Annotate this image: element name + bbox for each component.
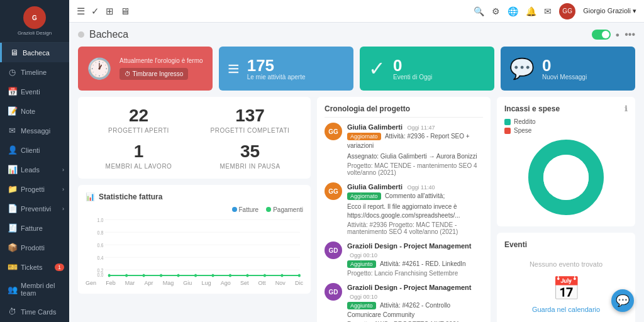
timeline-text-2: Attività: #4261 - RED. LinkedIn bbox=[380, 260, 466, 267]
timeline-title: Cronologia del progetto bbox=[325, 104, 483, 118]
chart-legend: Fatture Pagamenti bbox=[86, 206, 303, 213]
chart-month-ago: Ago bbox=[221, 280, 231, 286]
page-title: Bacheca bbox=[89, 29, 128, 40]
svg-point-18 bbox=[229, 274, 231, 277]
timeline-item-1: GG Giulia Galimberti Oggi 11:40 Aggiorna… bbox=[325, 182, 483, 235]
svg-point-20 bbox=[264, 274, 266, 277]
svg-point-17 bbox=[211, 274, 214, 277]
sidebar-item-bacheca[interactable]: 🖥 Bacheca bbox=[0, 43, 69, 62]
chart-card: 📊 Statistiche fattura Fatture Pagamenti bbox=[78, 185, 311, 294]
sidebar-label-prodotti: Prodotti bbox=[21, 244, 45, 252]
more-options-button[interactable]: ••• bbox=[625, 29, 635, 40]
sidebar-label-eventi: Eventi bbox=[21, 88, 40, 96]
check-icon[interactable]: ✓ bbox=[91, 6, 99, 17]
stat-card-eventi: ✓ 0 Eventi di Oggi bbox=[360, 47, 494, 91]
svg-text:0.6: 0.6 bbox=[97, 242, 104, 248]
svg-point-12 bbox=[125, 274, 128, 277]
sidebar-item-membri[interactable]: 👥 Membri del team bbox=[0, 277, 69, 302]
timeline-project-2: Progetto: Lancio Franchising Settembre bbox=[347, 270, 483, 277]
membri-icon: 👥 bbox=[8, 285, 16, 294]
sidebar-item-leads[interactable]: 📊 Leads › bbox=[0, 160, 69, 179]
search-icon[interactable]: 🔍 bbox=[474, 6, 484, 16]
sidebar-item-tickets[interactable]: 🎫 Tickets 1 bbox=[0, 257, 69, 277]
timeline-header-0: Giulia Galimberti Oggi 11:47 bbox=[347, 123, 483, 131]
svg-point-22 bbox=[298, 274, 301, 277]
stat-card-orologio: 🕐 Attualmente l'orologio è fermo ⏱ Timbr… bbox=[78, 47, 213, 91]
badge-tickets: 1 bbox=[55, 264, 64, 271]
monitor-icon[interactable]: 🖥 bbox=[120, 6, 130, 17]
metric-label-2: MEMBRI AL LAVORO bbox=[87, 163, 191, 170]
timeline-content-0: Giulia Galimberti Oggi 11:47 Aggiornato … bbox=[347, 123, 483, 176]
metrics-grid: 22 PROGETTI APERTI 137 PROGETTI COMPLETA… bbox=[87, 106, 302, 170]
incassi-info-icon[interactable]: ℹ bbox=[625, 104, 628, 113]
sidebar-item-timeline[interactable]: ◷ Timeline bbox=[0, 62, 69, 82]
calendar-large-icon: 📅 bbox=[504, 275, 628, 302]
page-header: Bacheca ● ••• bbox=[78, 29, 635, 40]
progetti-icon: 📁 bbox=[8, 184, 16, 194]
sidebar-item-fatture[interactable]: 🧾 Fatture bbox=[0, 218, 69, 238]
timeline-header-1: Giulia Galimberti Oggi 11:40 bbox=[347, 182, 483, 191]
chart-month-set: Set bbox=[240, 280, 249, 286]
sidebar-item-timecards[interactable]: ⏱ Time Cards bbox=[0, 302, 69, 321]
chart-month-ott: Ott bbox=[258, 280, 266, 286]
sidebar-item-preventivi[interactable]: 📄 Preventivi › bbox=[0, 199, 69, 218]
timbrare-button[interactable]: ⏱ Timbrare Ingresso bbox=[119, 68, 188, 80]
svg-text:0.8: 0.8 bbox=[97, 230, 104, 236]
page-dot bbox=[78, 31, 84, 38]
preventivi-icon: 📄 bbox=[8, 204, 16, 213]
chart-month-mag: Mag bbox=[163, 280, 174, 286]
chart-title: 📊 Statistiche fattura bbox=[86, 192, 303, 201]
stat-card-messaggi-value: 0 bbox=[542, 57, 626, 74]
chart-month-giu: Giu bbox=[183, 280, 192, 286]
sidebar-item-clienti[interactable]: 👤 Clienti bbox=[0, 140, 69, 160]
bell-icon[interactable]: 🔔 bbox=[526, 6, 536, 16]
tickets-icon: 🎫 bbox=[8, 262, 16, 272]
user-name[interactable]: Giorgio Grazioli ▾ bbox=[583, 7, 636, 15]
eventi-calendar-link[interactable]: Guarda nel calendario bbox=[504, 306, 628, 313]
left-panel: 22 PROGETTI APERTI 137 PROGETTI COMPLETA… bbox=[78, 97, 311, 322]
settings-icon[interactable]: ⚙ bbox=[492, 6, 500, 16]
globe-icon[interactable]: 🌐 bbox=[508, 6, 518, 16]
sidebar-item-note[interactable]: 📝 Note bbox=[0, 101, 69, 121]
reddito-color bbox=[504, 119, 511, 125]
menu-icon[interactable]: ☰ bbox=[77, 6, 85, 17]
metric-item-0: 22 PROGETTI APERTI bbox=[87, 106, 191, 134]
sidebar-label-membri: Membri del team bbox=[21, 282, 62, 297]
legend-spese: Spese bbox=[504, 127, 628, 134]
timeline-avatar-3: GD bbox=[325, 283, 342, 301]
toggle-switch[interactable] bbox=[592, 30, 611, 40]
bar-chart-icon: 📊 bbox=[86, 192, 95, 201]
stat-card-eventi-value: 0 bbox=[393, 57, 486, 74]
fatture-icon: 🧾 bbox=[8, 223, 16, 233]
chart-month-gen: Gen bbox=[86, 280, 96, 286]
svg-point-24 bbox=[543, 155, 589, 200]
timeline-time-1: Oggi 11:40 bbox=[407, 184, 435, 191]
sidebar-label-note: Note bbox=[21, 108, 35, 115]
header-actions: ● ••• bbox=[592, 29, 635, 40]
sidebar-item-prodotti[interactable]: 📦 Prodotti bbox=[0, 238, 69, 257]
mail-icon[interactable]: ✉ bbox=[544, 6, 552, 16]
timeline-content-3: Grazioli Design - Project Management Ogg… bbox=[347, 283, 483, 322]
timeline-text-1: Commento all'attività; bbox=[385, 192, 445, 199]
sidebar-item-eventi[interactable]: 📅 Eventi bbox=[0, 82, 69, 101]
metric-value-0: 22 bbox=[87, 106, 191, 126]
sidebar-label-messaggi: Messaggi bbox=[21, 127, 50, 135]
avatar: GG bbox=[559, 3, 575, 19]
stat-card-messaggi: 💬 0 Nuovi Messaggi bbox=[501, 47, 635, 91]
timeline-avatar-0: GG bbox=[325, 123, 342, 140]
timeline-items: GG Giulia Galimberti Oggi 11:47 Aggiorna… bbox=[325, 123, 483, 322]
svg-point-11 bbox=[108, 274, 111, 277]
timeline-item-0: GG Giulia Galimberti Oggi 11:47 Aggiorna… bbox=[325, 123, 483, 176]
stat-card-attivita-label: Le mie attività aperte bbox=[247, 74, 345, 80]
sidebar-item-progetti[interactable]: 📁 Progetti › bbox=[0, 179, 69, 199]
metric-item-2: 1 MEMBRI AL LAVORO bbox=[87, 142, 191, 170]
grid-icon[interactable]: ⊞ bbox=[106, 6, 114, 17]
chat-fab-button[interactable]: 💬 bbox=[611, 289, 634, 312]
incassi-card: Incassi e spese ℹ Reddito Spese bbox=[497, 97, 635, 226]
stat-card-messaggi-label: Nuovi Messaggi bbox=[542, 74, 626, 80]
sidebar-item-messaggi[interactable]: ✉ Messaggi bbox=[0, 121, 69, 140]
sidebar-label-progetti: Progetti bbox=[21, 186, 45, 193]
chart-month-nov: Nov bbox=[275, 280, 286, 286]
timeline-name-2: Grazioli Design - Project Management bbox=[347, 242, 471, 250]
svg-point-15 bbox=[177, 274, 180, 277]
